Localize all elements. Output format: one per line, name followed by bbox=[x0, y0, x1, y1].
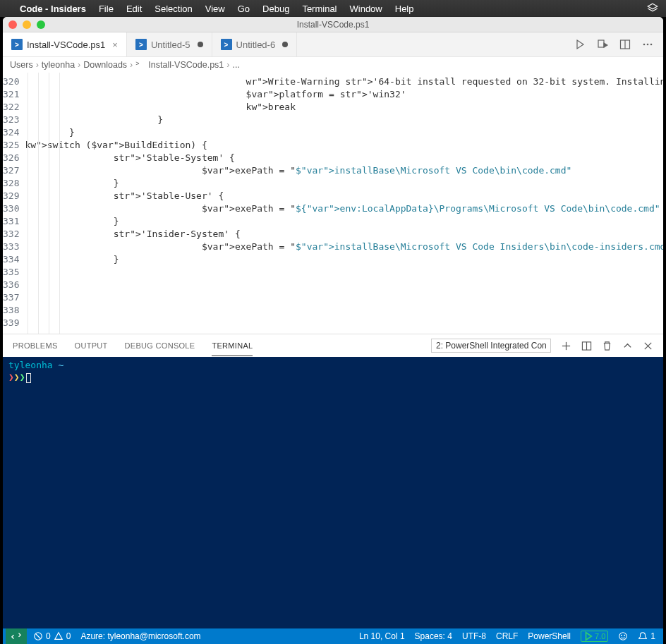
svg-point-15 bbox=[622, 635, 622, 636]
tab-label: Untitled-6 bbox=[236, 40, 276, 50]
svg-line-13 bbox=[36, 634, 41, 639]
feedback-status[interactable] bbox=[613, 631, 633, 641]
remote-indicator[interactable] bbox=[6, 628, 27, 644]
powershell-file-icon: > bbox=[11, 39, 23, 50]
svg-point-16 bbox=[624, 635, 625, 636]
breadcrumb[interactable]: Users› tyleonha› Downloads› > Install-VS… bbox=[3, 57, 663, 73]
window-title: Install-VSCode.ps1 bbox=[297, 20, 370, 30]
powershell-version-status[interactable]: 7.0 bbox=[576, 631, 613, 642]
terminal-prompt-icon: ❯❯❯ bbox=[8, 372, 25, 382]
terminal-cursor bbox=[26, 373, 31, 383]
tab-close-icon[interactable]: × bbox=[112, 40, 118, 50]
window-titlebar[interactable]: Install-VSCode.ps1 bbox=[3, 17, 663, 32]
run-selection-icon[interactable] bbox=[597, 39, 608, 50]
split-editor-icon[interactable] bbox=[619, 39, 631, 50]
menu-view[interactable]: View bbox=[205, 4, 225, 14]
problems-status[interactable]: 0 0 bbox=[28, 628, 75, 644]
svg-point-4 bbox=[647, 44, 649, 46]
powershell-file-icon: > bbox=[221, 39, 232, 50]
breadcrumb-segment[interactable]: Downloads bbox=[83, 60, 127, 70]
bottom-panel: PROBLEMS OUTPUT DEBUG CONSOLE TERMINAL t… bbox=[3, 334, 663, 628]
menu-terminal[interactable]: Terminal bbox=[302, 4, 337, 14]
window-close-button[interactable] bbox=[8, 20, 17, 29]
panel-tab-output[interactable]: OUTPUT bbox=[75, 336, 108, 356]
svg-rect-0 bbox=[598, 40, 604, 47]
split-terminal-icon[interactable] bbox=[581, 341, 592, 351]
code-editor[interactable]: 3203213223233243253263273283293303313323… bbox=[3, 73, 663, 334]
new-terminal-icon[interactable] bbox=[561, 341, 571, 351]
editor-scrollbar[interactable] bbox=[653, 73, 663, 334]
panel-tabbar: PROBLEMS OUTPUT DEBUG CONSOLE TERMINAL bbox=[3, 334, 663, 357]
eol-status[interactable]: CRLF bbox=[491, 631, 523, 641]
traffic-lights bbox=[8, 20, 45, 29]
panel-tab-debug-console[interactable]: DEBUG CONSOLE bbox=[125, 336, 195, 356]
status-bar: 0 0 Azure: tyleonha@microsoft.com Ln 10,… bbox=[3, 628, 663, 644]
window-minimize-button[interactable] bbox=[23, 20, 31, 29]
azure-account-status[interactable]: Azure: tyleonha@microsoft.com bbox=[75, 628, 205, 644]
tab-untitled-6[interactable]: > Untitled-6 bbox=[212, 32, 298, 56]
tab-label: Install-VSCode.ps1 bbox=[27, 40, 105, 50]
dirty-indicator-icon bbox=[198, 42, 203, 47]
run-icon[interactable] bbox=[574, 39, 586, 50]
close-panel-icon[interactable] bbox=[643, 341, 653, 351]
code-content[interactable]: wr">Write-Warning str">'64-bit install r… bbox=[25, 73, 663, 334]
indentation-status[interactable]: Spaces: 4 bbox=[410, 631, 457, 641]
dirty-indicator-icon bbox=[282, 42, 288, 47]
terminal-cwd: ~ bbox=[58, 360, 63, 370]
panel-tab-terminal[interactable]: TERMINAL bbox=[212, 336, 253, 356]
powershell-file-icon: > bbox=[135, 60, 145, 70]
cursor-position-status[interactable]: Ln 10, Col 1 bbox=[354, 631, 410, 641]
window-zoom-button[interactable] bbox=[37, 20, 45, 29]
breadcrumb-trail[interactable]: ... bbox=[232, 60, 239, 70]
svg-point-5 bbox=[650, 44, 653, 46]
integrated-terminal[interactable]: tyleonha ~ ❯❯❯ bbox=[3, 357, 663, 628]
powershell-file-icon: > bbox=[135, 39, 147, 50]
svg-point-3 bbox=[643, 44, 646, 46]
menu-go[interactable]: Go bbox=[238, 4, 250, 14]
kill-terminal-icon[interactable] bbox=[602, 341, 612, 351]
tab-label: Untitled-5 bbox=[151, 40, 190, 50]
maximize-panel-icon[interactable] bbox=[622, 341, 633, 351]
svg-point-14 bbox=[619, 633, 627, 640]
menu-file[interactable]: File bbox=[99, 4, 114, 14]
editor-window: Install-VSCode.ps1 > Install-VSCode.ps1 … bbox=[3, 17, 663, 644]
menubar-status-icon[interactable] bbox=[646, 2, 659, 15]
breadcrumb-segment[interactable]: tyleonha bbox=[42, 60, 75, 70]
encoding-status[interactable]: UTF-8 bbox=[457, 631, 491, 641]
menu-help[interactable]: Help bbox=[395, 4, 414, 14]
menu-window[interactable]: Window bbox=[350, 4, 382, 14]
menu-selection[interactable]: Selection bbox=[155, 4, 192, 14]
language-mode-status[interactable]: PowerShell bbox=[523, 631, 576, 641]
editor-tabbar: > Install-VSCode.ps1 × > Untitled-5 > Un… bbox=[3, 32, 663, 57]
terminal-selector-dropdown[interactable] bbox=[431, 339, 551, 353]
line-number-gutter: 3203213223233243253263273283293303313323… bbox=[3, 73, 25, 334]
tab-install-vscode[interactable]: > Install-VSCode.ps1 × bbox=[3, 32, 127, 56]
breadcrumb-segment[interactable]: Users bbox=[10, 60, 33, 70]
more-actions-icon[interactable] bbox=[642, 39, 653, 50]
terminal-user: tyleonha bbox=[8, 360, 53, 370]
tab-untitled-5[interactable]: > Untitled-5 bbox=[127, 32, 212, 56]
panel-tab-problems[interactable]: PROBLEMS bbox=[13, 336, 58, 356]
menu-edit[interactable]: Edit bbox=[126, 4, 142, 14]
breadcrumb-file[interactable]: Install-VSCode.ps1 bbox=[148, 60, 224, 70]
menu-debug[interactable]: Debug bbox=[262, 4, 289, 14]
macos-menubar: Code - Insiders File Edit Selection View… bbox=[0, 0, 666, 17]
app-menu[interactable]: Code - Insiders bbox=[20, 4, 86, 14]
notifications-status[interactable]: 1 bbox=[633, 631, 660, 641]
